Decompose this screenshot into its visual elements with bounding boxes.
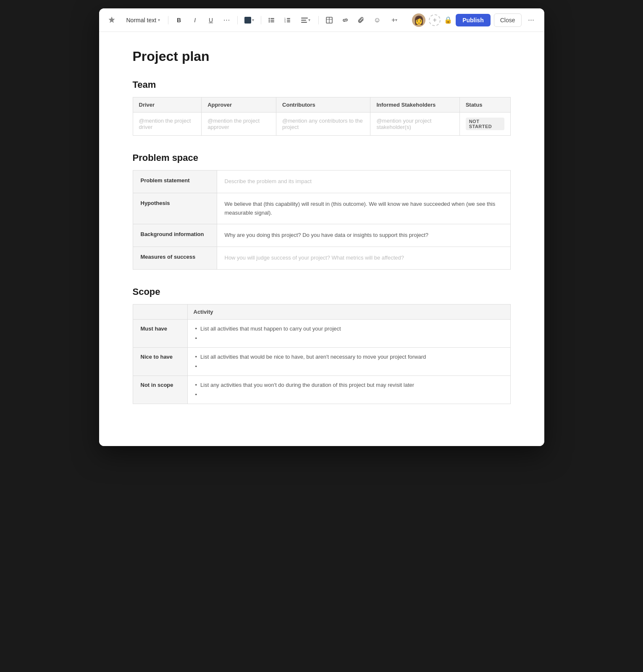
italic-button[interactable]: I: [189, 14, 201, 26]
scope-col-activity: Activity: [187, 304, 510, 319]
svg-point-0: [269, 18, 270, 19]
logo-icon[interactable]: [106, 14, 118, 26]
list-item: • List any activities that you won't do …: [195, 382, 503, 388]
bullet-dot: •: [195, 326, 197, 332]
emoji-button[interactable]: ☺: [371, 14, 383, 26]
svg-rect-13: [301, 20, 306, 21]
team-section-title: Team: [133, 79, 511, 90]
not-in-scope-content[interactable]: • List any activities that you won't do …: [187, 375, 510, 404]
color-picker-button[interactable]: ▾: [242, 15, 257, 25]
app-window: Normal text ▾ B I U ··· ▾ 1.: [99, 8, 544, 446]
toolbar-divider-2: [237, 16, 238, 24]
svg-rect-5: [270, 21, 274, 22]
team-section: Team Driver Approver Contributors Inform…: [133, 79, 511, 136]
table-row: @mention the project driver @mention the…: [133, 113, 510, 136]
text-style-label: Normal text: [126, 17, 157, 24]
svg-rect-7: [287, 18, 290, 19]
page-title: Project plan: [133, 49, 511, 64]
scope-section: Scope Activity Must have • List all: [133, 286, 511, 404]
not-in-scope-label: Not in scope: [133, 375, 187, 404]
problem-statement-content[interactable]: Describe the problem and its impact: [217, 171, 510, 193]
nice-to-have-item-1: List all activities that would be nice t…: [200, 354, 426, 360]
insert-button[interactable]: + ▾: [387, 14, 402, 26]
table-row: Problem statement Describe the problem a…: [133, 171, 510, 193]
measures-label: Measures of success: [133, 247, 217, 270]
scope-table-header-row: Activity: [133, 304, 510, 319]
scope-col-category: [133, 304, 187, 319]
underline-button[interactable]: U: [205, 14, 217, 26]
publish-button[interactable]: Publish: [456, 14, 491, 26]
toolbar-divider-4: [318, 16, 319, 24]
must-have-label: Must have: [133, 319, 187, 347]
svg-point-2: [269, 19, 270, 21]
not-in-scope-item-1: List any activities that you won't do du…: [200, 382, 414, 388]
table-row: Must have • List all activities that mus…: [133, 319, 510, 347]
scope-table: Activity Must have • List all activities…: [133, 304, 511, 404]
text-style-selector[interactable]: Normal text ▾: [123, 15, 164, 26]
driver-cell[interactable]: @mention the project driver: [133, 113, 202, 136]
team-table: Driver Approver Contributors Informed St…: [133, 97, 511, 136]
team-col-contributors: Contributors: [276, 97, 370, 113]
nice-to-have-label: Nice to have: [133, 347, 187, 375]
more-format-button[interactable]: ···: [220, 14, 233, 26]
hypothesis-label: Hypothesis: [133, 193, 217, 224]
status-cell[interactable]: NOT STARTED: [459, 113, 510, 136]
team-table-header-row: Driver Approver Contributors Informed St…: [133, 97, 510, 113]
table-row: Not in scope • List any activities that …: [133, 375, 510, 404]
contributors-cell[interactable]: @mention any contributors to the project: [276, 113, 370, 136]
list-item: •: [195, 391, 503, 398]
scope-section-title: Scope: [133, 286, 511, 297]
svg-rect-12: [301, 18, 308, 18]
team-col-approver: Approver: [202, 97, 276, 113]
bullet-dot: •: [195, 391, 197, 398]
svg-rect-14: [301, 22, 307, 23]
color-chevron: ▾: [252, 18, 254, 22]
stakeholders-cell[interactable]: @mention your project stakeholder(s): [370, 113, 459, 136]
list-item: •: [195, 363, 503, 370]
numbered-list-button[interactable]: 1. 2. 3.: [281, 14, 294, 26]
svg-text:3.: 3.: [284, 21, 286, 23]
problem-table: Problem statement Describe the problem a…: [133, 170, 511, 270]
measures-content[interactable]: How you will judge success of your proje…: [217, 247, 510, 270]
background-label: Background information: [133, 224, 217, 247]
add-collaborator-button[interactable]: +: [429, 14, 441, 26]
nice-to-have-content[interactable]: • List all activities that would be nice…: [187, 347, 510, 375]
lock-icon[interactable]: 🔒: [444, 16, 452, 24]
more-options-button[interactable]: ···: [525, 14, 538, 26]
must-have-item-1: List all activities that must happen to …: [200, 326, 341, 332]
bullet-dot: •: [195, 335, 197, 341]
approver-cell[interactable]: @mention the project approver: [202, 113, 276, 136]
link-button[interactable]: [339, 14, 352, 26]
bullet-list-button[interactable]: [265, 14, 278, 26]
color-swatch: [244, 17, 251, 24]
attachment-button[interactable]: [355, 14, 367, 26]
close-button[interactable]: Close: [494, 13, 522, 27]
list-item: • List all activities that must happen t…: [195, 326, 503, 332]
svg-rect-3: [270, 20, 274, 21]
svg-rect-11: [287, 21, 290, 22]
toolbar-divider-3: [261, 16, 261, 24]
background-content[interactable]: Why are you doing this project? Do you h…: [217, 224, 510, 247]
table-row: Measures of success How you will judge s…: [133, 247, 510, 270]
bullet-dot: •: [195, 354, 197, 360]
table-row: Nice to have • List all activities that …: [133, 347, 510, 375]
svg-rect-9: [287, 20, 290, 21]
table-button[interactable]: [323, 14, 336, 26]
toolbar-divider-1: [168, 16, 168, 24]
bold-button[interactable]: B: [173, 14, 185, 26]
svg-point-4: [269, 21, 270, 22]
text-style-chevron: ▾: [158, 18, 160, 22]
svg-rect-1: [270, 18, 274, 19]
problem-section-title: Problem space: [133, 152, 511, 163]
avatar[interactable]: 👩: [412, 13, 425, 27]
must-have-content[interactable]: • List all activities that must happen t…: [187, 319, 510, 347]
toolbar-right: 👩 + 🔒 Publish Close ···: [412, 13, 537, 27]
bullet-dot: •: [195, 382, 197, 388]
list-item: •: [195, 335, 503, 341]
table-row: Hypothesis We believe that (this capabil…: [133, 193, 510, 224]
team-col-driver: Driver: [133, 97, 202, 113]
toolbar: Normal text ▾ B I U ··· ▾ 1.: [99, 8, 544, 32]
table-row: Background information Why are you doing…: [133, 224, 510, 247]
align-button[interactable]: ▾: [297, 14, 314, 26]
hypothesis-content[interactable]: We believe that (this capability) will r…: [217, 193, 510, 224]
